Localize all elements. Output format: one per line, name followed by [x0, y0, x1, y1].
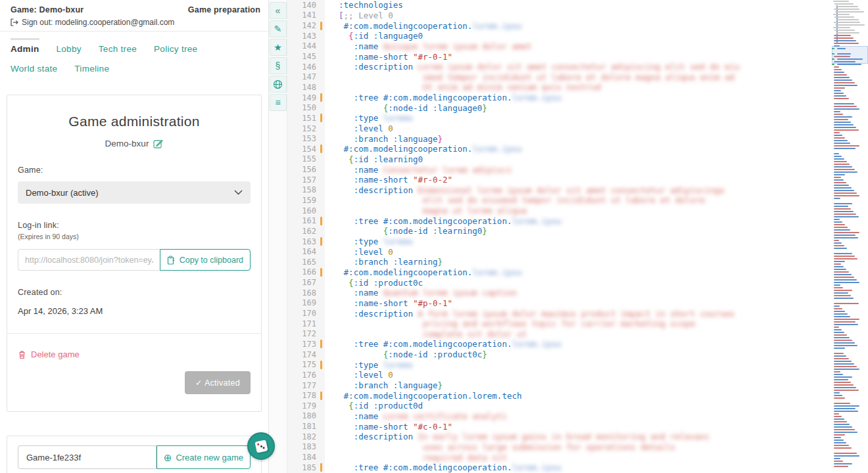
code-line[interactable]: 170 :description A form lorem ipsum dolo… [287, 308, 832, 319]
change-marker-icon [320, 319, 322, 328]
new-game-name-input[interactable] [18, 445, 157, 469]
collapse-panel-button[interactable]: « [270, 2, 287, 19]
change-marker-icon [320, 145, 322, 153]
code-line[interactable]: 167 {:id :product0c [287, 277, 832, 288]
code-line[interactable]: 176 :level 0 [287, 370, 832, 380]
code-line[interactable]: 164 :level 0 [287, 246, 832, 257]
code-line[interactable]: 185 :tree #:com.modelingcooperation.lore… [287, 462, 832, 473]
tab-tech-tree[interactable]: Tech tree [99, 38, 137, 54]
code-line[interactable]: 160 magna ut lorem aliqua [287, 206, 832, 216]
code-line[interactable]: 163 :type lorems [287, 236, 832, 247]
code-line[interactable]: 182 :description In early lorem ipsum ga… [287, 432, 832, 442]
dice-button[interactable] [247, 432, 275, 460]
code-line[interactable]: 143 {:id :language0 [287, 31, 832, 41]
delete-game-button[interactable]: Delete game [18, 349, 251, 359]
code-line[interactable]: 157 :name-short "#r-0-2" [287, 175, 832, 185]
gutter: 179 [287, 401, 325, 411]
code-text: :type lorems [329, 360, 413, 370]
code-text: [;; Level 0 [329, 11, 393, 20]
code-line[interactable]: 140 :technologies [287, 0, 832, 11]
game-phase-label: Game preparation [188, 5, 260, 14]
gutter: 164 [287, 246, 325, 257]
code-line[interactable]: 142 #:com.modelingcooperation.lorem.ipsu [287, 20, 832, 31]
code-line[interactable]: 166 #:com.modelingcooperation.lorem.ipsu [287, 267, 832, 278]
code-area[interactable]: 140 :technologies141 [;; Level 0142 #:co… [287, 0, 832, 473]
game-select[interactable]: Demo-bxur (active) [18, 181, 251, 204]
minimap[interactable] [832, 0, 868, 473]
code-line[interactable]: 159 elit sed do eiusmod tempor incididun… [287, 195, 832, 206]
code-line[interactable]: 177 :branch :language} [287, 380, 832, 391]
code-line[interactable]: 156 :name Consectetur lorem adipisci [287, 164, 832, 175]
code-line[interactable]: 144 :name Quisque lorem ipsum dolor amet [287, 41, 832, 52]
code-line[interactable]: 153 :branch :language} [287, 133, 832, 144]
code-line[interactable]: 169 :name-short "#p-0-1" [287, 298, 832, 309]
line-number: 147 [287, 72, 316, 81]
code-text: #:com.modelingcooperation.lorem.tech [329, 391, 522, 401]
tab-lobby[interactable]: Lobby [57, 38, 82, 54]
game-select-value: Demo-bxur (active) [26, 188, 99, 198]
code-line[interactable]: 147 smod tempor incididunt ut labore et … [287, 72, 832, 82]
code-line[interactable]: 172 complete sit dolor ut [287, 329, 832, 340]
tab-timeline[interactable]: Timeline [74, 58, 109, 74]
code-line[interactable]: 149 :tree #:com.modelingcooperation.lore… [287, 93, 832, 103]
code-text: :tree #:com.modelingcooperation.lorem.ip… [329, 462, 562, 472]
code-editor[interactable]: 140 :technologies141 [;; Level 0142 #:co… [287, 0, 868, 473]
code-line[interactable]: 184 required data sit [287, 452, 832, 462]
change-marker-icon [320, 93, 322, 102]
line-number: 176 [287, 371, 316, 380]
change-marker-icon [320, 166, 322, 174]
list-button[interactable]: ≡ [270, 94, 287, 111]
code-line[interactable]: 162 {:node-id :learning0} [287, 226, 832, 236]
edit-button[interactable]: ✎ [270, 20, 287, 37]
line-number: 178 [287, 391, 316, 400]
login-link-input[interactable] [18, 249, 160, 271]
code-text: {:id :learning0 [329, 154, 423, 164]
code-line[interactable]: 178 #:com.modelingcooperation.lorem.tech [287, 390, 832, 401]
code-line[interactable]: 171 pricing and workflows topic for carr… [287, 319, 832, 329]
code-line[interactable]: 179 {:id :product0d [287, 401, 832, 411]
code-line[interactable]: 173 :tree #:com.modelingcooperation.lore… [287, 339, 832, 349]
code-line[interactable]: 150 {:node-id :language0} [287, 102, 832, 113]
code-line[interactable]: 155 {:id :learning0 [287, 154, 832, 165]
code-text: {:id :product0c [329, 278, 423, 288]
edit-game-name-icon[interactable] [153, 139, 163, 148]
code-line[interactable]: 174 {:node-id :product0c} [287, 349, 832, 360]
code-line[interactable]: 141 [;; Level 0 [287, 11, 832, 21]
code-line[interactable]: 146 :description Lorem ipsum dolor sit a… [287, 62, 832, 72]
gutter: 162 [287, 226, 325, 236]
code-line[interactable]: 165 :branch :learning} [287, 257, 832, 267]
line-number: 174 [287, 350, 316, 359]
section-button[interactable]: § [270, 57, 287, 74]
code-line[interactable]: 183 uses across large submission for ope… [287, 442, 832, 453]
tab-world-state[interactable]: World state [11, 58, 57, 74]
change-marker-icon [320, 340, 322, 348]
code-line[interactable]: 148 Ut enim ad minim veniam quis nostrud [287, 82, 832, 93]
code-line[interactable]: 181 :name-short "#c-0-1" [287, 421, 832, 432]
code-line[interactable]: 161 :tree #:com.modelingcooperation.lore… [287, 215, 832, 226]
code-line[interactable]: 152 :level 0 [287, 124, 832, 134]
gutter: 167 [287, 277, 325, 288]
sign-out-link[interactable]: Sign out: modeling.cooperation@gmail.com [11, 18, 260, 27]
gutter: 165 [287, 257, 325, 267]
line-number: 185 [287, 463, 316, 472]
code-line[interactable]: 151 :type lorems [287, 113, 832, 124]
copy-to-clipboard-button[interactable]: Copy to clipboard [160, 249, 251, 271]
line-number: 172 [287, 329, 316, 338]
tab-admin[interactable]: Admin [11, 38, 39, 54]
code-line[interactable]: 154 #:com.modelingcooperation.lorem.ipsu [287, 144, 832, 154]
star-button[interactable]: ★ [270, 39, 287, 56]
globe-button[interactable] [270, 76, 287, 93]
code-line[interactable]: 180 :name Lorem certificate analyti [287, 411, 832, 422]
edit-icon: ✎ [274, 24, 282, 34]
activated-button[interactable]: ✓ Activated [185, 371, 251, 394]
code-line[interactable]: 175 :type lorems [287, 359, 832, 370]
code-line[interactable]: 158 :description Dimensional lorem ipsum… [287, 185, 832, 196]
line-number: 162 [287, 227, 316, 236]
code-line[interactable]: 168 :name Quantum lorem ipsum caption [287, 288, 832, 298]
tab-policy-tree[interactable]: Policy tree [154, 38, 197, 54]
create-new-game-button[interactable]: ⊕ Create new game [157, 445, 251, 469]
line-number: 153 [287, 134, 316, 143]
code-line[interactable]: 145 :name-short "#r-0-1" [287, 51, 832, 62]
minimap-viewport[interactable] [832, 46, 868, 64]
code-text: :description Lorem ipsum dolor sit amet … [329, 62, 740, 72]
